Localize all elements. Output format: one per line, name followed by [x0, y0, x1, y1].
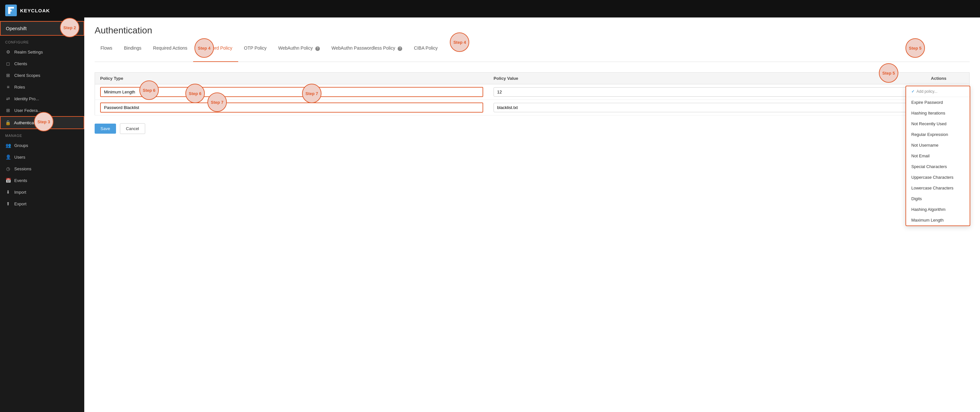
events-icon: 📅: [5, 178, 11, 183]
sidebar-label-roles: Roles: [14, 85, 25, 89]
sidebar-item-realm-settings[interactable]: ⚙ Realm Settings: [0, 46, 84, 58]
sidebar-item-users[interactable]: 👤 Users: [0, 151, 84, 163]
sidebar-label-import: Import: [14, 190, 26, 195]
tabs-container: Flows Bindings Required Actions Password…: [95, 42, 970, 62]
sidebar-header: KEYCLOAK: [0, 0, 84, 21]
tab-flows[interactable]: Flows: [95, 42, 118, 62]
dropdown-item-hashing-iterations[interactable]: Hashing Iterations: [906, 108, 970, 118]
sidebar-item-groups[interactable]: 👥 Groups: [0, 139, 84, 151]
sidebar-label-authentication: Authentication: [14, 120, 40, 125]
sidebar-label-sessions: Sessions: [14, 166, 32, 171]
dropdown-item-special-characters[interactable]: Special Characters: [906, 161, 970, 172]
user-federation-icon: ⊞: [5, 108, 11, 113]
dropdown-item-not-username[interactable]: Not Username: [906, 140, 970, 150]
sidebar-item-identity-providers[interactable]: ⇄ Identity Pro...: [0, 93, 84, 104]
policy-value-input-0[interactable]: [493, 87, 921, 97]
realm-selector[interactable]: Openshift ▾: [0, 21, 84, 36]
roles-icon: ≡: [5, 85, 11, 89]
policy-type-cell: [95, 100, 489, 115]
svg-marker-2: [12, 10, 14, 11]
tab-password-policy[interactable]: Password Policy: [193, 42, 238, 62]
authentication-icon: 🔒: [5, 120, 11, 125]
sidebar-item-sessions[interactable]: ◷ Sessions: [0, 163, 84, 174]
tab-webauthn-policy[interactable]: WebAuthn Policy ?: [272, 42, 326, 62]
table-row: [95, 100, 970, 115]
tab-webauthn-passwordless[interactable]: WebAuthn Passwordless Policy ?: [326, 42, 408, 62]
tab-bindings[interactable]: Bindings: [118, 42, 148, 62]
import-icon: ⬇: [5, 190, 11, 195]
webauthn-passwordless-help-icon[interactable]: ?: [398, 46, 402, 51]
policy-type-cell: [95, 85, 489, 100]
dropdown-item-digits[interactable]: Digits: [906, 193, 970, 204]
table-row: [95, 85, 970, 100]
policy-type-input-0[interactable]: [100, 87, 483, 97]
identity-providers-icon: ⇄: [5, 96, 11, 101]
sidebar-item-user-federation[interactable]: ⊞ User Federa...: [0, 104, 84, 116]
sidebar-label-export: Export: [14, 201, 27, 206]
dropdown-item-uppercase-characters[interactable]: Uppercase Characters: [906, 172, 970, 183]
client-scopes-icon: ⊞: [5, 73, 11, 78]
clients-icon: ◻: [5, 61, 11, 66]
keycloak-logo: [5, 5, 17, 16]
realm-name: Openshift: [6, 26, 27, 31]
dropdown-item-maximum-length[interactable]: Maximum Length: [906, 215, 970, 225]
policy-value-cell: [488, 100, 926, 115]
page-title: Authentication: [95, 25, 970, 36]
manage-section-label: Manage: [0, 129, 84, 139]
save-button[interactable]: Save: [95, 124, 116, 134]
top-bar: [84, 0, 980, 18]
configure-section-label: Configure: [0, 36, 84, 46]
sidebar-label-client-scopes: Client Scopes: [14, 73, 40, 78]
app-title: KEYCLOAK: [20, 8, 50, 13]
col-policy-type: Policy Type: [95, 73, 489, 85]
dropdown-item-lowercase-characters[interactable]: Lowercase Characters: [906, 183, 970, 193]
groups-icon: 👥: [5, 143, 11, 148]
sidebar-item-authentication[interactable]: 🔒 Authentication: [0, 116, 84, 129]
policy-type-input-1[interactable]: [100, 102, 483, 113]
webauthn-help-icon[interactable]: ?: [315, 46, 320, 51]
sidebar-label-users: Users: [14, 155, 25, 160]
content-area: Step 2 Step 3 Authentication Flows Bindi…: [84, 18, 980, 412]
users-icon: 👤: [5, 155, 11, 160]
tab-required-actions[interactable]: Required Actions: [147, 42, 193, 62]
tab-otp-policy[interactable]: OTP Policy: [238, 42, 272, 62]
sidebar-label-clients: Clients: [14, 61, 27, 66]
policy-value-input-1[interactable]: [493, 103, 921, 112]
cancel-button[interactable]: Cancel: [120, 123, 145, 134]
dropdown-item-regular-expression[interactable]: Regular Expression: [906, 129, 970, 140]
col-policy-value: Policy Value: [488, 73, 926, 85]
export-icon: ⬆: [5, 201, 11, 206]
dropdown-header: ✓ Add policy...: [906, 86, 970, 97]
realm-chevron-icon: ▾: [76, 26, 78, 31]
sidebar-label-identity-providers: Identity Pro...: [14, 96, 39, 101]
sidebar-label-events: Events: [14, 178, 27, 183]
dropdown-item-not-recently-used[interactable]: Not Recently Used: [906, 118, 970, 129]
realm-settings-icon: ⚙: [5, 49, 11, 54]
sidebar-item-export[interactable]: ⬆ Export: [0, 198, 84, 209]
col-actions: Actions: [926, 73, 970, 85]
sidebar-item-events[interactable]: 📅 Events: [0, 174, 84, 186]
sidebar-item-roles[interactable]: ≡ Roles: [0, 81, 84, 93]
sidebar: KEYCLOAK Openshift ▾ Configure ⚙ Realm S…: [0, 0, 84, 412]
sidebar-label-user-federation: User Federa...: [14, 108, 41, 113]
policy-table: Policy Type Policy Value Actions: [95, 72, 970, 115]
sidebar-label-groups: Groups: [14, 143, 28, 148]
sidebar-label-realm-settings: Realm Settings: [14, 50, 43, 54]
sidebar-item-import[interactable]: ⬇ Import: [0, 186, 84, 198]
dropdown-item-not-email[interactable]: Not Email: [906, 150, 970, 161]
policy-value-cell: [488, 85, 926, 100]
add-policy-dropdown[interactable]: ✓ Add policy... Expire Password Hashing …: [905, 86, 970, 226]
main-content: Step 2 Step 3 Authentication Flows Bindi…: [84, 0, 980, 412]
dropdown-item-hashing-algorithm[interactable]: Hashing Algorithm: [906, 204, 970, 215]
sidebar-item-clients[interactable]: ◻ Clients: [0, 58, 84, 69]
sidebar-item-client-scopes[interactable]: ⊞ Client Scopes: [0, 69, 84, 81]
sessions-icon: ◷: [5, 166, 11, 171]
dropdown-item-expire-password[interactable]: Expire Password: [906, 97, 970, 108]
tab-ciba-policy[interactable]: CIBA Policy: [408, 42, 443, 62]
